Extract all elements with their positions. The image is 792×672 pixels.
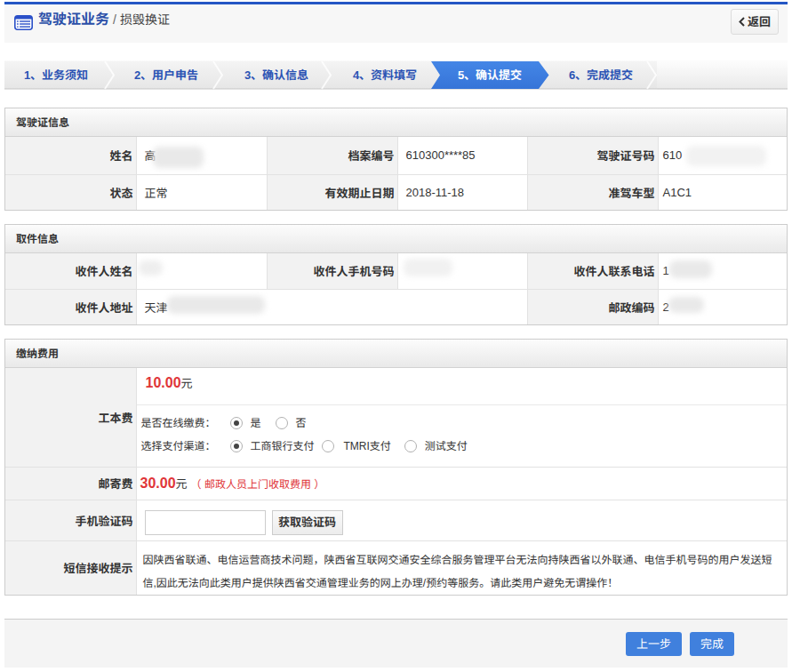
svg-text:1、业务须知: 1、业务须知 [24,68,88,82]
svg-text:6、完成提交: 6、完成提交 [569,68,633,82]
svg-text:5、确认提交: 5、确认提交 [458,68,522,82]
svg-text:4、资料填写: 4、资料填写 [353,68,417,82]
svg-text:3、确认信息: 3、确认信息 [244,68,308,82]
svg-text:2、用户申告: 2、用户申告 [134,68,198,82]
